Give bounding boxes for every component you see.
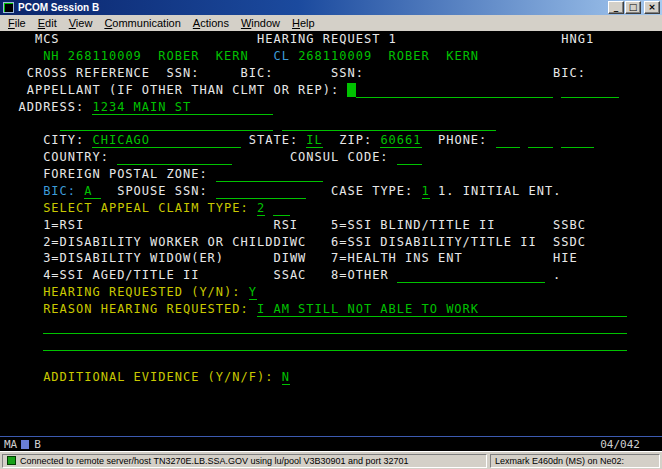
terminal-row: ADDRESS: 1234 MAIN ST — [2, 99, 662, 116]
terminal-text — [2, 49, 43, 63]
terminal-row: MCS HEARING REQUEST 1 HNG1 — [2, 31, 662, 48]
spouse-ssn-field[interactable] — [216, 184, 306, 199]
menu-window[interactable]: Window — [235, 16, 286, 30]
app-icon — [3, 2, 14, 13]
menu-edit[interactable]: Edit — [32, 16, 63, 30]
address-line1-field[interactable]: 1234 MAIN ST — [92, 100, 191, 115]
terminal-text: PHONE: — [438, 133, 496, 147]
terminal-row: SELECT APPEAL CLAIM TYPE: 2 — [2, 200, 662, 217]
country-field[interactable] — [117, 150, 232, 165]
appellant-field2[interactable] — [561, 83, 619, 98]
terminal-text: 6=SSI DISABILITY/TITLE II — [331, 235, 537, 249]
terminal-text: 1=RSI — [43, 218, 84, 232]
connection-status-text: Connected to remote server/host TN3270E.… — [20, 456, 409, 466]
printer-status-text: Lexmark E460dn (MS) on Ne02: — [495, 456, 624, 466]
other-field[interactable] — [397, 268, 545, 283]
terminal-text — [2, 66, 27, 80]
menu-help[interactable]: Help — [286, 16, 321, 30]
connection-status-icon — [7, 456, 16, 465]
terminal-row: 1=RSI RSI 5=SSI BLIND/TITLE II SSBC — [2, 217, 662, 234]
reason-line3-field[interactable] — [43, 336, 627, 351]
terminal-text: RSI — [273, 218, 298, 232]
reason-line2-field[interactable] — [43, 319, 627, 334]
terminal-text — [2, 235, 43, 249]
zip-field[interactable]: 60661 — [380, 133, 421, 148]
oia-connection-icon — [21, 440, 29, 449]
terminal-text: . — [553, 268, 561, 282]
terminal-text — [323, 133, 339, 147]
city-field[interactable]: CHICAGO — [92, 133, 150, 148]
menu-communication[interactable]: Communication — [98, 16, 186, 30]
cursor-position: 04/042 — [600, 438, 640, 451]
address-line3-field[interactable] — [282, 116, 496, 131]
terminal-text: 8=OTHER — [331, 268, 397, 282]
minimize-button[interactable]: _ — [608, 1, 624, 14]
consul-code-field[interactable] — [397, 150, 422, 165]
terminal-row — [2, 318, 662, 335]
terminal-text — [430, 184, 438, 198]
terminal-text: SPOUSE SSN: — [117, 184, 216, 198]
terminal-row: REASON HEARING REQUESTED: I AM STILL NOT… — [2, 301, 662, 318]
additional-evidence-field[interactable]: N — [282, 370, 290, 385]
terminal-text — [2, 201, 43, 215]
terminal-text: STATE: — [249, 133, 307, 147]
bic-field[interactable] — [92, 184, 100, 199]
address-line2-field[interactable] — [60, 116, 274, 131]
terminal-row: COUNTRY: CONSUL CODE: — [2, 149, 662, 166]
terminal-screen[interactable]: MCS HEARING REQUEST 1 HNG1 NH 268110009 … — [0, 31, 662, 436]
terminal-text — [364, 66, 553, 80]
terminal-text: HIE — [553, 251, 578, 265]
terminal-text: 4=SSI AGED/TITLE II — [43, 268, 199, 282]
terminal-text: BIC: — [553, 66, 586, 80]
terminal-text — [2, 251, 43, 265]
status-bar: Connected to remote server/host TN3270E.… — [0, 451, 662, 469]
address-line1-field[interactable] — [191, 100, 273, 115]
terminal-text: HEARING REQUESTED (Y/N): — [43, 285, 249, 299]
hearing-requested-field[interactable]: Y — [249, 285, 257, 300]
terminal-row: NH 268110009 ROBER KERN CL 268110009 ROB… — [2, 48, 662, 65]
pcomm-window: PCOM Session B _ □ × FileEditViewCommuni… — [0, 0, 662, 469]
terminal-text: SELECT APPEAL CLAIM TYPE: — [43, 201, 257, 215]
terminal-row: BIC: A SPOUSE SSN: CASE TYPE: 1 1. INITI… — [2, 183, 662, 200]
appeal-claim-type-field[interactable]: 2 — [257, 201, 265, 216]
phone-area-field[interactable] — [496, 133, 521, 148]
restore-button[interactable]: □ — [625, 1, 641, 14]
city-field[interactable] — [150, 133, 240, 148]
terminal-text — [2, 167, 43, 181]
terminal-text: SSBC — [553, 218, 586, 232]
terminal-text — [101, 184, 117, 198]
terminal-text: BIC: — [43, 184, 84, 198]
appellant-field[interactable] — [356, 83, 553, 98]
phone-line-field[interactable] — [561, 133, 594, 148]
oia-system-indicator: MA — [4, 438, 17, 451]
case-type-field[interactable]: 1 — [422, 184, 430, 199]
terminal-text: SSAC — [273, 268, 306, 282]
printer-status-panel: Lexmark E460dn (MS) on Ne02: — [490, 454, 660, 468]
reason-field[interactable] — [479, 302, 627, 317]
terminal-text: CASE TYPE: — [331, 184, 421, 198]
connection-status-panel: Connected to remote server/host TN3270E.… — [2, 454, 487, 468]
terminal-text — [306, 184, 331, 198]
terminal-text — [537, 235, 553, 249]
terminal-text: APPELLANT (IF OTHER THAN CLMT OR REP): — [27, 83, 348, 97]
oia-status-row: MA B 04/042 — [0, 436, 662, 451]
terminal-row — [2, 335, 662, 352]
phone-prefix-field[interactable] — [528, 133, 553, 148]
reason-field[interactable]: I AM STILL NOT ABLE TO WORK — [257, 302, 479, 317]
menu-actions[interactable]: Actions — [187, 16, 235, 30]
terminal-text — [2, 302, 43, 316]
state-field[interactable]: IL — [306, 133, 322, 148]
terminal-row: CITY: CHICAGO STATE: IL ZIP: 60661 PHONE… — [2, 132, 662, 149]
menu-file[interactable]: File — [2, 16, 32, 30]
terminal-text: 7=HEALTH INS ENT — [331, 251, 463, 265]
foreign-postal-zone-field[interactable] — [216, 167, 323, 182]
close-button[interactable]: × — [644, 1, 660, 14]
cursor — [347, 83, 355, 97]
terminal-text: SSN: — [331, 66, 364, 80]
terminal-text — [2, 150, 43, 164]
terminal-row — [2, 419, 662, 436]
screen-code: HNG1 — [561, 32, 594, 46]
appeal-claim-type2-field[interactable] — [273, 201, 289, 216]
menu-view[interactable]: View — [63, 16, 99, 30]
terminal-text: ADDRESS: — [18, 100, 92, 114]
